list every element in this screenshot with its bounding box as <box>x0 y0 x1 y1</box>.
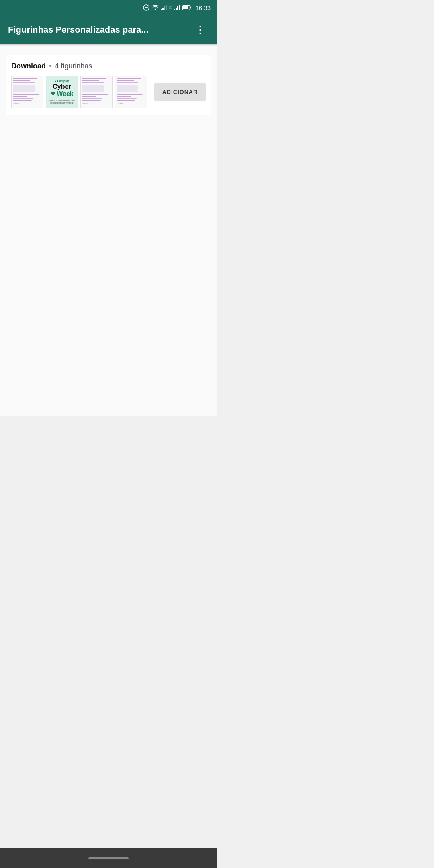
dnd-icon <box>143 4 149 11</box>
sticker-thumb-4[interactable]: • Avalia <box>115 76 147 108</box>
cyber-text-line1: Cyber <box>53 83 71 90</box>
status-bar: E 16:33 <box>0 0 217 15</box>
svg-rect-9 <box>179 5 180 10</box>
wifi-icon <box>151 5 159 10</box>
page-title: Figurinhas Personalizadas para... <box>8 25 192 35</box>
cyber-text-line2: Week <box>57 90 74 98</box>
status-time: 16:33 <box>195 4 211 11</box>
cyber-week-sticker: ● Comprar Cyber Week Todos os produtos c… <box>46 76 78 108</box>
battery-icon <box>182 5 191 10</box>
sticker-placeholder-3: • Avalia <box>81 76 112 108</box>
svg-rect-2 <box>161 9 162 10</box>
svg-rect-12 <box>183 6 188 9</box>
cyber-logo: ● Comprar <box>55 80 69 82</box>
app-toolbar: Figurinhas Personalizadas para... ⋮ <box>0 15 217 44</box>
sticker-thumb-3[interactable]: • Avalia <box>80 76 113 108</box>
pack-header: Download • 4 figurinhas <box>11 62 206 70</box>
sticker-thumbnails: • Avalia ● Comprar Cyber Week <box>11 76 152 108</box>
signal-icon <box>161 5 167 10</box>
sticker-placeholder-4: • Avalia <box>115 76 147 108</box>
svg-rect-11 <box>190 7 191 9</box>
cyber-discount: Todos os produtos com 20% de desconto! A… <box>48 99 76 104</box>
add-sticker-pack-button[interactable]: ADICIONAR <box>154 83 206 101</box>
overflow-menu-button[interactable]: ⋮ <box>192 23 209 37</box>
pack-count: 4 figurinhas <box>55 62 92 70</box>
svg-rect-3 <box>162 8 164 10</box>
pack-separator <box>6 118 211 118</box>
svg-rect-5 <box>166 5 167 10</box>
svg-rect-7 <box>176 8 177 10</box>
sticker-thumb-1[interactable]: • Avalia <box>11 76 43 108</box>
sticker-thumb-2[interactable]: ● Comprar Cyber Week Todos os produtos c… <box>46 76 78 108</box>
pack-name: Download <box>11 62 46 70</box>
svg-rect-8 <box>177 6 178 10</box>
main-content: Download • 4 figurinhas <box>0 46 217 416</box>
pack-dot: • <box>49 62 51 70</box>
signal-icon-2 <box>174 5 180 10</box>
sticker-pack-item: Download • 4 figurinhas <box>6 55 211 115</box>
cyber-triangle-icon <box>50 92 56 96</box>
sticker-row: • Avalia ● Comprar Cyber Week <box>11 76 206 108</box>
svg-rect-6 <box>174 9 175 10</box>
e-label: E <box>169 5 172 10</box>
svg-rect-4 <box>164 6 165 10</box>
status-icons: E <box>143 4 191 11</box>
sticker-placeholder-1: • Avalia <box>12 76 43 108</box>
